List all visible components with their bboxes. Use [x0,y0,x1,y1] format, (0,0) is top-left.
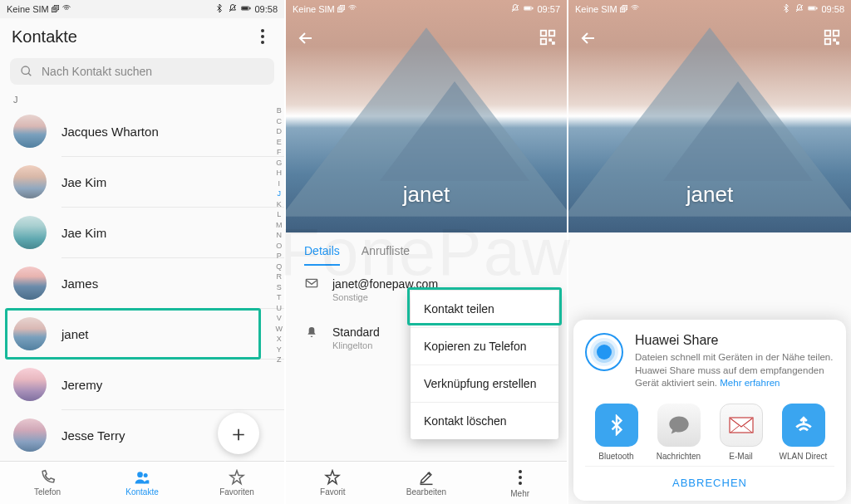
svg-rect-16 [553,42,555,45]
nav-edit[interactable]: Bearbeiten [380,462,474,504]
share-email[interactable]: E-Mail [712,404,770,461]
screen-contact-detail: Keine SIM 🗊 09:57 janet Details Anruflis… [286,0,568,504]
email-value: janet@fonepaw.com [332,277,548,291]
huawei-share-desc: Dateien schnell mit Geräten in der Nähe … [635,351,834,390]
bottom-nav: Telefon Kontakte Favoriten [0,461,284,504]
cancel-button[interactable]: ABBRECHEN [585,466,834,492]
svg-rect-26 [834,39,836,42]
contact-name: janet [61,327,271,341]
tab-details[interactable]: Details [304,244,340,266]
section-letter: J [0,91,284,106]
wifi-icon [61,3,71,15]
huawei-share-row[interactable]: Huawei Share Dateien schnell mit Geräten… [585,333,834,390]
page-title: Kontakte [12,27,77,46]
svg-point-6 [137,472,143,477]
contact-row[interactable]: James [0,258,284,308]
phone-icon [38,469,57,486]
share-sheet: Huawei Share Dateien schnell mit Geräten… [573,320,846,501]
status-sim: Keine SIM [293,4,335,14]
add-contact-button[interactable]: ＋ [218,413,259,454]
qr-button[interactable] [823,28,841,50]
context-menu: Kontakt teilen Kopieren zu Telefon Verkn… [411,291,558,439]
contacts-icon [133,469,151,486]
svg-rect-23 [825,31,830,36]
search-placeholder: Nach Kontakt suchen [42,65,152,78]
search-icon [20,65,33,78]
menu-share-contact[interactable]: Kontakt teilen [411,291,558,328]
svg-line-5 [28,73,31,76]
nav-label: Favoriten [219,487,254,497]
back-button[interactable] [578,28,598,51]
nav-favorite[interactable]: Favorit [286,462,380,504]
contact-row[interactable]: Jae Kim [0,208,284,257]
svg-rect-17 [306,279,317,286]
sim-icon: 🗊 [337,4,346,14]
share-label: WLAN Direct [780,452,828,461]
svg-rect-24 [834,31,839,36]
huawei-share-title: Huawei Share [635,333,834,348]
svg-rect-21 [809,7,815,10]
share-messages[interactable]: Nachrichten [650,404,708,461]
contact-row[interactable]: Jacques Wharton [0,106,284,156]
wlan-direct-icon [782,404,825,447]
share-wlan-direct[interactable]: WLAN Direct [775,404,833,461]
avatar [13,368,47,401]
svg-point-7 [144,473,148,477]
more-dots-icon [510,467,530,487]
menu-copy-phone[interactable]: Kopieren zu Telefon [411,328,558,365]
contact-row-janet[interactable]: janet [0,309,284,359]
svg-rect-3 [250,7,251,9]
svg-rect-22 [817,7,818,9]
bluetooth-icon [595,404,638,447]
nav-phone[interactable]: Telefon [0,462,95,504]
status-time: 09:58 [254,4,278,14]
sim-icon: 🗊 [51,4,60,14]
back-arrow-icon [296,28,316,48]
battery-icon [808,3,818,15]
contact-row[interactable]: Jeremy [0,360,284,409]
star-icon [324,469,341,486]
email-icon [304,277,319,292]
search-input[interactable]: Nach Kontakt suchen [10,58,274,85]
contact-name: Jeremy [61,378,271,392]
contact-list: Jacques Wharton Jae Kim Jae Kim James ja… [0,106,284,460]
status-sim: Keine SIM [575,4,617,14]
status-time: 09:57 [537,4,560,14]
share-label: Nachrichten [657,452,701,461]
contact-hero: janet [286,0,567,232]
menu-delete-contact[interactable]: Kontakt löschen [411,403,558,439]
learn-more-link[interactable]: Mehr erfahren [720,378,780,388]
tab-call-log[interactable]: Anrufliste [362,244,410,266]
wifi-icon [630,3,640,15]
more-button[interactable] [253,27,273,46]
avatar [13,216,47,249]
qr-icon [823,28,841,46]
nav-label: Telefon [34,487,61,497]
nav-favorites[interactable]: Favoriten [189,462,284,504]
alpha-index[interactable]: BCD EFG HIJ KLM NOP QRS TUV WXY Z [276,106,283,364]
share-label: Bluetooth [598,452,633,461]
contact-row[interactable]: Jae Kim [0,157,284,207]
nav-more[interactable]: Mehr [473,462,567,504]
avatar [13,165,47,198]
qr-button[interactable] [539,28,557,50]
huawei-share-icon [585,333,623,371]
message-icon [657,404,701,447]
status-bar: Keine SIM 🗊 09:57 [286,0,567,18]
nav-contacts[interactable]: Kontakte [95,462,189,504]
bluetooth-icon [214,3,224,15]
back-button[interactable] [296,28,316,51]
svg-point-4 [22,66,29,74]
menu-create-shortcut[interactable]: Verknüpfung erstellen [411,365,558,403]
status-bar: Keine SIM 🗊 09:58 [0,0,284,18]
contacts-header: Kontakte [0,18,284,53]
nav-label: Kontakte [125,487,158,497]
mute-icon [228,3,238,15]
detail-tabs: Details Anrufliste [286,232,567,266]
share-bluetooth[interactable]: Bluetooth [588,404,646,461]
contact-title: janet [686,182,733,208]
edit-icon [418,469,435,486]
screen-contacts-list: Keine SIM 🗊 09:58 Kontakte Nach Kontakt … [0,0,286,504]
battery-icon [241,3,251,15]
svg-rect-15 [549,39,552,42]
